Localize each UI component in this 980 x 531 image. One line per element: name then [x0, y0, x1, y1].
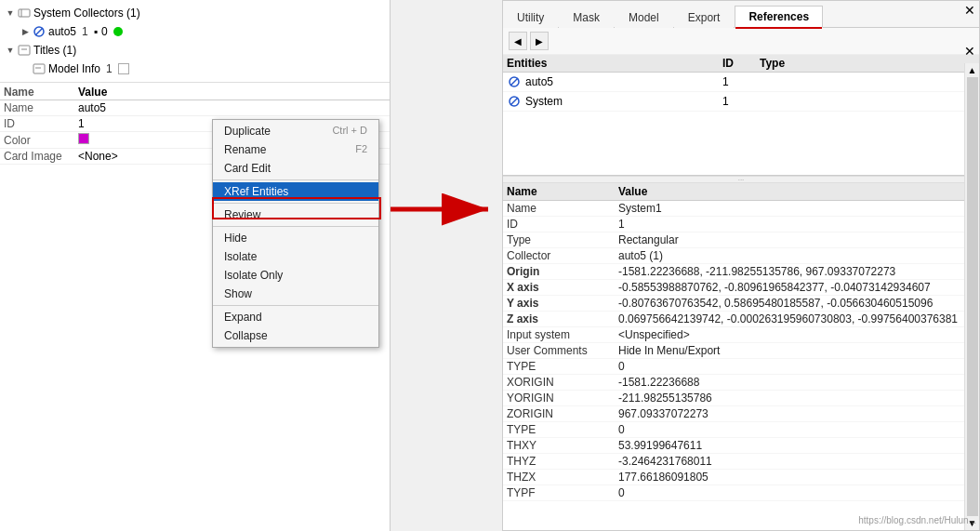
prop-name: User Comments	[507, 344, 618, 357]
props-value-header: Value	[618, 185, 975, 198]
prop-name: Y axis	[507, 297, 618, 310]
prop-value: 0.069756642139742, -0.000263195960730803…	[618, 312, 975, 325]
prop-value: Hide In Menu/Export	[618, 344, 975, 357]
tab-utility[interactable]: Utility	[503, 7, 558, 28]
left-props-header-name: Name	[0, 85, 74, 100]
entity-row[interactable]: auto5 1	[503, 73, 979, 92]
panel-close-btn[interactable]: ✕	[964, 44, 975, 59]
menu-item-rename[interactable]: RenameF2	[213, 140, 378, 159]
prop-value: Rectangular	[618, 233, 975, 246]
tree-row-auto5[interactable]: ▶ auto5 1 ▪ 0	[0, 22, 390, 41]
menu-item-duplicate[interactable]: DuplicateCtrl + D	[213, 122, 378, 140]
entities-header: Entities ID Type	[503, 55, 979, 73]
scroll-up[interactable]: ▲	[968, 65, 977, 75]
system-collectors-label: System Collectors (1)	[33, 7, 140, 20]
prop-value: -1581.22236688, -211.98255135786, 967.09…	[618, 265, 975, 278]
left-prop-value: auto5	[74, 100, 390, 116]
tab-references[interactable]: References	[735, 6, 823, 28]
menu-item-label: Show	[224, 287, 252, 300]
top-close-btn[interactable]: ✕	[964, 3, 975, 18]
nav-back-button[interactable]: ◀	[509, 32, 527, 50]
tab-mask[interactable]: Mask	[559, 7, 614, 28]
prop-name: Origin	[507, 265, 618, 278]
menu-item-expand[interactable]: Expand	[213, 308, 378, 326]
prop-value: 53.99199647611	[618, 439, 975, 452]
prop-row: THZX177.66186091805	[503, 470, 979, 485]
menu-item-xref-entities[interactable]: XRef Entities	[213, 182, 378, 201]
resize-handle[interactable]: ···	[503, 176, 979, 183]
tree-row-titles[interactable]: ▼ Titles (1)	[0, 41, 390, 60]
right-panel: ✕ UtilityMaskModelExportReferences ◀ ▶ ✕…	[502, 0, 980, 531]
entity-id: 1	[722, 95, 760, 108]
model-info-label: Model Info	[48, 62, 100, 75]
menu-item-show[interactable]: Show	[213, 285, 378, 303]
expand-system-collectors[interactable]: ▼	[4, 7, 17, 20]
prop-name: Type	[507, 233, 618, 246]
left-prop-name: Color	[0, 132, 74, 149]
arrow-container	[386, 186, 507, 232]
prop-name: ID	[507, 218, 618, 231]
props-section: Name Value NameSystem1ID1TypeRectangular…	[503, 183, 979, 501]
entity-icon	[507, 94, 522, 109]
prop-value: 0	[618, 423, 975, 436]
scrollbar[interactable]: ▲ ▼	[964, 63, 979, 530]
menu-item-isolate[interactable]: Isolate	[213, 247, 378, 266]
prop-name: TYPE	[507, 360, 618, 373]
tab-export[interactable]: Export	[674, 7, 735, 28]
svg-line-13	[510, 98, 518, 105]
prop-row: X axis-0.58553988870762, -0.809619658423…	[503, 280, 979, 296]
menu-separator	[213, 305, 378, 306]
prop-value: 967.09337072273	[618, 407, 975, 420]
menu-item-label: XRef Entities	[224, 185, 288, 198]
titles-label: Titles (1)	[33, 44, 76, 57]
prop-value: 1	[618, 218, 975, 231]
model-info-icon	[32, 61, 46, 76]
nav-forward-button[interactable]: ▶	[530, 32, 549, 50]
menu-item-hide[interactable]: Hide	[213, 229, 378, 247]
left-props-header-value: Value	[74, 85, 390, 100]
prop-row: NameSystem1	[503, 201, 979, 217]
model-info-num: 1	[106, 62, 113, 75]
menu-item-label: Isolate Only	[224, 269, 283, 282]
auto5-label: auto5	[48, 25, 76, 38]
entity-name: auto5	[507, 74, 722, 89]
auto5-num2: 0	[101, 25, 108, 38]
prop-name: Z axis	[507, 312, 618, 325]
svg-line-11	[510, 78, 518, 86]
prop-value: auto5 (1)	[618, 249, 975, 262]
expand-titles[interactable]: ▼	[4, 44, 17, 57]
tab-model[interactable]: Model	[615, 7, 673, 28]
prop-row: TypeRectangular	[503, 232, 979, 248]
prop-name: ZORIGIN	[507, 407, 618, 420]
menu-item-collapse[interactable]: Collapse	[213, 326, 378, 345]
menu-item-card-edit[interactable]: Card Edit	[213, 159, 378, 178]
prop-row: THYZ-3.2464231768011	[503, 454, 979, 470]
prop-row: YORIGIN-211.98255135786	[503, 391, 979, 406]
scroll-thumb	[967, 77, 978, 516]
menu-item-label: Card Edit	[224, 162, 271, 175]
menu-item-review[interactable]: Review	[213, 206, 378, 224]
left-prop-name: ID	[0, 116, 74, 132]
menu-item-label: Expand	[224, 311, 262, 324]
left-prop-name: Name	[0, 100, 74, 116]
tree-row-model-info[interactable]: ▶ Model Info 1	[0, 60, 390, 78]
type-col-header: Type	[760, 57, 975, 70]
entity-row[interactable]: System 1	[503, 92, 979, 112]
expand-auto5[interactable]: ▶	[19, 25, 32, 38]
prop-name: Name	[507, 202, 618, 215]
svg-rect-4	[19, 46, 30, 55]
arrow-svg	[391, 191, 502, 228]
titles-icon	[17, 43, 32, 58]
menu-item-shortcut: F2	[355, 143, 367, 156]
prop-name: TYPF	[507, 486, 618, 499]
prop-name: Collector	[507, 249, 618, 262]
watermark: https://blog.csdn.net/Hulun...	[858, 515, 976, 525]
prop-row: XORIGIN-1581.22236688	[503, 375, 979, 391]
tree-row-system-collectors[interactable]: ▼ System Collectors (1)	[0, 4, 390, 22]
menu-item-isolate-only[interactable]: Isolate Only	[213, 266, 378, 285]
menu-item-shortcut: Ctrl + D	[332, 125, 367, 138]
auto5-icon	[32, 24, 46, 39]
props-header: Name Value	[503, 183, 979, 201]
context-menu: DuplicateCtrl + DRenameF2Card EditXRef E…	[212, 119, 379, 348]
tree-area: ▼ System Collectors (1) ▶ auto5 1 ▪ 0	[0, 0, 390, 83]
